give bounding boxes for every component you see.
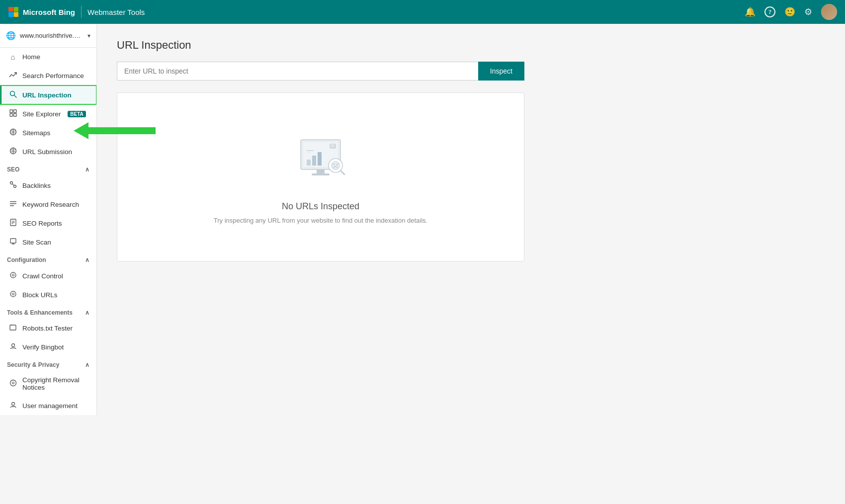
svg-rect-8	[10, 114, 13, 117]
svg-rect-7	[13, 110, 16, 113]
svg-point-34	[10, 380, 16, 386]
empty-state-illustration	[286, 130, 355, 189]
sidebar-item-label: Backlinks	[22, 182, 51, 189]
sidebar-item-label: Search Performance	[22, 72, 84, 80]
sitemap-icon	[8, 128, 17, 137]
svg-rect-41	[307, 160, 311, 166]
svg-point-47	[337, 164, 338, 165]
empty-state-card: No URLs Inspected Try inspecting any URL…	[117, 92, 524, 261]
config-section-header[interactable]: Configuration ∧	[0, 252, 96, 266]
copyright-icon	[8, 379, 17, 388]
sidebar-item-url-submission[interactable]: URL Submission	[0, 142, 96, 161]
topnav-right: 🔔 ? 🙂 ⚙	[745, 4, 837, 20]
sidebar-item-label: Site Explorer	[22, 110, 61, 118]
topnav: Microsoft Bing Webmaster Tools 🔔 ? 🙂 ⚙	[0, 0, 845, 24]
sidebar-item-user-management[interactable]: User management	[0, 396, 96, 415]
verify-icon	[8, 342, 17, 351]
home-icon: ⌂	[8, 53, 17, 61]
sidebar-item-search-performance[interactable]: Search Performance	[0, 66, 96, 85]
sidebar-item-robots-tester[interactable]: Robots.txt Tester	[0, 319, 96, 337]
sidebar-item-label: SEO Reports	[22, 220, 62, 227]
settings-icon[interactable]: ⚙	[804, 6, 812, 17]
security-section-chevron: ∧	[85, 361, 89, 368]
svg-rect-3	[14, 12, 18, 17]
sidebar-item-block-urls[interactable]: Block URLs	[0, 285, 96, 304]
seo-reports-icon	[8, 219, 17, 228]
sidebar-item-label: Crawl Control	[22, 272, 63, 280]
svg-rect-40	[312, 173, 330, 175]
svg-point-14	[10, 182, 12, 184]
svg-point-33	[11, 344, 14, 347]
topnav-title: Webmaster Tools	[87, 8, 145, 16]
backlinks-icon	[8, 181, 17, 190]
site-scan-icon	[8, 238, 17, 247]
tools-section-chevron: ∧	[85, 309, 89, 316]
svg-point-15	[13, 185, 16, 188]
help-icon[interactable]: ?	[764, 6, 775, 17]
svg-rect-31	[10, 325, 16, 330]
sidebar-item-crawl-control[interactable]: Crawl Control	[0, 266, 96, 285]
robots-icon	[8, 324, 17, 333]
inspect-button[interactable]: Inspect	[478, 62, 524, 81]
security-section-header[interactable]: Security & Privacy ∧	[0, 356, 96, 371]
inspect-bar: Inspect	[117, 62, 524, 81]
sidebar-item-site-scan[interactable]: Site Scan	[0, 233, 96, 252]
topnav-divider	[81, 6, 82, 18]
svg-rect-2	[8, 12, 13, 17]
keyword-icon	[8, 200, 17, 209]
sidebar-item-home[interactable]: ⌂ Home	[0, 48, 96, 66]
svg-line-48	[341, 171, 344, 174]
sidebar-item-copyright[interactable]: Copyright Removal Notices	[0, 371, 96, 396]
tools-section-header[interactable]: Tools & Enhancements ∧	[0, 304, 96, 319]
grid-icon	[8, 109, 17, 118]
svg-point-29	[10, 291, 16, 297]
sidebar-item-url-inspection[interactable]: URL Inspection	[0, 85, 96, 104]
site-selector[interactable]: 🌐 www.nourishthrive.con ▾	[0, 24, 96, 48]
svg-point-27	[10, 272, 16, 278]
svg-rect-9	[13, 114, 16, 117]
url-inspect-input[interactable]	[117, 62, 478, 81]
svg-point-35	[12, 382, 14, 384]
sidebar-item-label: Robots.txt Tester	[22, 325, 73, 332]
sidebar-item-label: URL Inspection	[22, 91, 72, 99]
svg-rect-39	[317, 169, 325, 173]
brand-name: Microsoft Bing	[23, 8, 75, 16]
svg-rect-43	[318, 152, 322, 166]
emoji-icon[interactable]: 🙂	[784, 6, 795, 17]
search-icon	[8, 90, 17, 99]
sidebar-item-verify-bingbot[interactable]: Verify Bingbot	[0, 337, 96, 356]
globe-icon: 🌐	[6, 31, 16, 40]
svg-point-36	[11, 403, 14, 406]
sidebar-item-sitemaps[interactable]: Sitemaps	[0, 123, 96, 142]
sidebar-item-backlinks[interactable]: Backlinks	[0, 176, 96, 195]
sidebar-item-label: Copyright Removal Notices	[22, 376, 89, 391]
main-content: URL Inspection Inspect	[97, 24, 845, 415]
sidebar-item-label: Home	[22, 53, 40, 61]
beta-badge: BETA	[68, 111, 85, 117]
sidebar-item-label: Block URLs	[22, 291, 58, 299]
sidebar-item-site-explorer[interactable]: Site Explorer BETA	[0, 104, 96, 123]
bell-icon[interactable]: 🔔	[745, 6, 756, 17]
avatar[interactable]	[821, 4, 837, 20]
svg-rect-53	[331, 146, 334, 147]
seo-section-header[interactable]: SEO ∧	[0, 161, 96, 176]
svg-rect-0	[8, 7, 13, 11]
svg-line-5	[14, 95, 16, 98]
sidebar-item-label: Site Scan	[22, 239, 51, 246]
svg-rect-24	[10, 239, 16, 243]
globe-submit-icon	[8, 147, 17, 156]
empty-state-title: No URLs Inspected	[282, 201, 359, 212]
user-management-icon	[8, 401, 17, 410]
sidebar-item-keyword-research[interactable]: Keyword Research	[0, 195, 96, 214]
svg-rect-6	[10, 110, 13, 113]
seo-section-chevron: ∧	[85, 166, 89, 173]
sidebar-item-label: Sitemaps	[22, 129, 50, 137]
sidebar-item-seo-reports[interactable]: SEO Reports	[0, 214, 96, 233]
svg-rect-17	[10, 201, 16, 202]
sidebar-item-label: User management	[22, 402, 78, 410]
trend-icon	[8, 71, 17, 81]
sidebar: 🌐 www.nourishthrive.con ▾ ⌂ Home Search …	[0, 24, 97, 415]
svg-point-45	[332, 162, 339, 169]
svg-rect-19	[10, 205, 14, 206]
config-section-chevron: ∧	[85, 256, 89, 263]
